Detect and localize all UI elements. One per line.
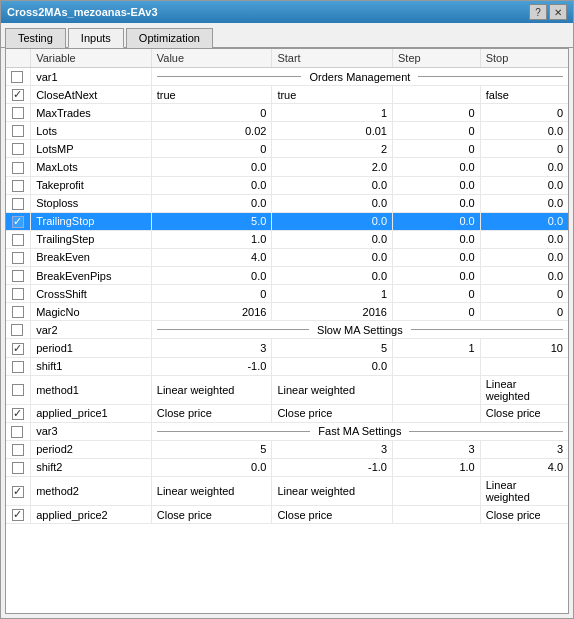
cell-start[interactable]: Linear weighted	[272, 375, 393, 404]
cell-step[interactable]	[393, 476, 481, 505]
cell-stop[interactable]: Linear weighted	[480, 476, 568, 505]
cell-stop[interactable]: 0.0	[480, 267, 568, 285]
table-row[interactable]: applied_price1 Close price Close price C…	[6, 404, 568, 422]
cell-step[interactable]: 0.0	[393, 248, 481, 266]
row-checkbox[interactable]	[11, 324, 23, 336]
cell-stop[interactable]: false	[480, 86, 568, 104]
cell-stop[interactable]: Close price	[480, 404, 568, 422]
cell-start[interactable]: 2016	[272, 303, 393, 321]
row-checkbox[interactable]	[12, 288, 24, 300]
cell-value[interactable]: 0.0	[151, 158, 272, 176]
row-checkbox[interactable]	[12, 509, 24, 521]
table-row[interactable]: Takeprofit 0.0 0.0 0.0 0.0	[6, 176, 568, 194]
row-checkbox[interactable]	[12, 361, 24, 373]
cell-value[interactable]: Linear weighted	[151, 476, 272, 505]
cell-value[interactable]: Linear weighted	[151, 375, 272, 404]
cell-value[interactable]: Close price	[151, 505, 272, 523]
cell-stop[interactable]: 0	[480, 285, 568, 303]
row-checkbox[interactable]	[12, 143, 24, 155]
tab-testing[interactable]: Testing	[5, 28, 66, 48]
cell-step[interactable]	[393, 357, 481, 375]
cell-step[interactable]: 0.0	[393, 158, 481, 176]
cell-start[interactable]: true	[272, 86, 393, 104]
tab-inputs[interactable]: Inputs	[68, 28, 124, 48]
cell-value[interactable]: 0.0	[151, 458, 272, 476]
row-checkbox[interactable]	[12, 234, 24, 246]
row-checkbox[interactable]	[12, 162, 24, 174]
table-row[interactable]: var1 Orders Management	[6, 68, 568, 86]
cell-start[interactable]: Linear weighted	[272, 476, 393, 505]
cell-stop[interactable]: 0.0	[480, 122, 568, 140]
cell-start[interactable]: 0.0	[272, 230, 393, 248]
cell-start[interactable]: 2.0	[272, 158, 393, 176]
cell-step[interactable]: 0.0	[393, 212, 481, 230]
table-row[interactable]: method1 Linear weighted Linear weighted …	[6, 375, 568, 404]
table-row[interactable]: period2 5 3 3 3	[6, 440, 568, 458]
cell-step[interactable]: 0.0	[393, 194, 481, 212]
table-row[interactable]: MaxLots 0.0 2.0 0.0 0.0	[6, 158, 568, 176]
row-checkbox[interactable]	[11, 426, 23, 438]
cell-start[interactable]: 2	[272, 140, 393, 158]
table-row[interactable]: var2 Slow MA Settings	[6, 321, 568, 339]
table-row[interactable]: LotsMP 0 2 0 0	[6, 140, 568, 158]
table-row[interactable]: Stoploss 0.0 0.0 0.0 0.0	[6, 194, 568, 212]
row-checkbox[interactable]	[12, 486, 24, 498]
cell-value[interactable]: 4.0	[151, 248, 272, 266]
cell-value[interactable]: 0	[151, 104, 272, 122]
cell-value[interactable]: 0.02	[151, 122, 272, 140]
cell-step[interactable]: 0.0	[393, 267, 481, 285]
row-checkbox[interactable]	[12, 306, 24, 318]
table-row[interactable]: Lots 0.02 0.01 0 0.0	[6, 122, 568, 140]
cell-value[interactable]: 5.0	[151, 212, 272, 230]
cell-stop[interactable]: 0.0	[480, 158, 568, 176]
cell-start[interactable]: 0.0	[272, 357, 393, 375]
cell-step[interactable]	[393, 404, 481, 422]
cell-stop[interactable]	[480, 357, 568, 375]
cell-step[interactable]: 0.0	[393, 230, 481, 248]
cell-stop[interactable]: 0	[480, 303, 568, 321]
row-checkbox[interactable]	[12, 89, 24, 101]
table-row[interactable]: TrailingStep 1.0 0.0 0.0 0.0	[6, 230, 568, 248]
row-checkbox[interactable]	[12, 343, 24, 355]
cell-step[interactable]: 1	[393, 339, 481, 357]
tab-optimization[interactable]: Optimization	[126, 28, 213, 48]
cell-stop[interactable]: 0	[480, 140, 568, 158]
table-row[interactable]: CloseAtNext true true false	[6, 86, 568, 104]
table-row[interactable]: MagicNo 2016 2016 0 0	[6, 303, 568, 321]
row-checkbox[interactable]	[12, 408, 24, 420]
cell-start[interactable]: Close price	[272, 404, 393, 422]
cell-value[interactable]: 0.0	[151, 176, 272, 194]
cell-start[interactable]: 0.0	[272, 212, 393, 230]
table-row[interactable]: TrailingStop 5.0 0.0 0.0 0.0	[6, 212, 568, 230]
cell-value[interactable]: -1.0	[151, 357, 272, 375]
table-row[interactable]: BreakEvenPips 0.0 0.0 0.0 0.0	[6, 267, 568, 285]
table-row[interactable]: var3 Fast MA Settings	[6, 422, 568, 440]
row-checkbox[interactable]	[12, 216, 24, 228]
cell-start[interactable]: 1	[272, 104, 393, 122]
cell-start[interactable]: 0.0	[272, 176, 393, 194]
cell-start[interactable]: 5	[272, 339, 393, 357]
cell-start[interactable]: 0.0	[272, 248, 393, 266]
cell-step[interactable]	[393, 505, 481, 523]
cell-stop[interactable]: 0.0	[480, 212, 568, 230]
cell-step[interactable]	[393, 375, 481, 404]
cell-start[interactable]: 1	[272, 285, 393, 303]
row-checkbox[interactable]	[12, 180, 24, 192]
cell-value[interactable]: 2016	[151, 303, 272, 321]
cell-stop[interactable]: 0.0	[480, 230, 568, 248]
cell-start[interactable]: 0.01	[272, 122, 393, 140]
cell-start[interactable]: Close price	[272, 505, 393, 523]
cell-stop[interactable]: 0.0	[480, 248, 568, 266]
cell-value[interactable]: 0	[151, 140, 272, 158]
table-row[interactable]: applied_price2 Close price Close price C…	[6, 505, 568, 523]
table-row[interactable]: BreakEven 4.0 0.0 0.0 0.0	[6, 248, 568, 266]
row-checkbox[interactable]	[12, 107, 24, 119]
cell-value[interactable]: 0	[151, 285, 272, 303]
cell-value[interactable]: 0.0	[151, 194, 272, 212]
cell-stop[interactable]: 3	[480, 440, 568, 458]
row-checkbox[interactable]	[12, 444, 24, 456]
cell-stop[interactable]: Linear weighted	[480, 375, 568, 404]
cell-value[interactable]: Close price	[151, 404, 272, 422]
cell-step[interactable]: 0	[393, 104, 481, 122]
table-row[interactable]: shift2 0.0 -1.0 1.0 4.0	[6, 458, 568, 476]
